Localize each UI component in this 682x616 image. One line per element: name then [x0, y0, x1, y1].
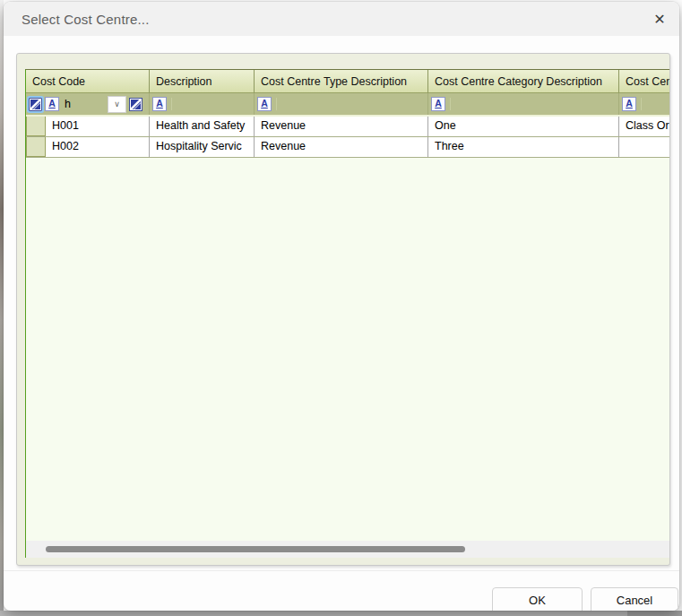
filter-caret-divider [171, 98, 172, 110]
column-header-description[interactable]: Description [150, 70, 255, 93]
table-row[interactable]: H002 Hospitality Servic Revenue Three [26, 137, 669, 158]
edit-filter-icon[interactable] [129, 98, 142, 111]
cell-cost-code[interactable]: H001 [46, 117, 150, 136]
filter-caret-divider [450, 98, 451, 110]
clear-filter-icon[interactable] [29, 98, 42, 111]
row-selector[interactable] [26, 117, 46, 136]
horizontal-scrollbar[interactable] [26, 541, 669, 558]
header-row: Cost Code Description Cost Centre Type D… [26, 70, 669, 93]
diagonal-filter-glyph [30, 100, 40, 109]
filter-row: A h ∨ A [26, 93, 669, 117]
cell-cost-centre[interactable]: Class Or [619, 117, 669, 136]
grid-panel: Cost Code Description Cost Centre Type D… [16, 53, 670, 566]
cell-description[interactable]: Health and Safety [150, 117, 255, 136]
column-header-cost-code[interactable]: Cost Code [26, 70, 150, 93]
filter-cell-type-description[interactable]: A [255, 93, 428, 115]
diagonal-filter-glyph [131, 100, 141, 109]
cost-centre-grid: Cost Code Description Cost Centre Type D… [25, 69, 669, 558]
column-header-category-description[interactable]: Cost Centre Category Description [428, 70, 619, 93]
filter-cell-cost-code[interactable]: A h ∨ [26, 93, 150, 115]
text-filter-icon[interactable]: A [431, 97, 445, 111]
background-bottom-strip [0, 611, 682, 616]
filter-input-cost-code[interactable]: h [65, 98, 105, 110]
table-row[interactable]: H001 Health and Safety Revenue One Class… [26, 117, 669, 137]
cell-type-description[interactable]: Revenue [255, 117, 428, 136]
filter-cell-cost-centre[interactable]: A [619, 93, 669, 115]
cell-category-description[interactable]: Three [428, 137, 619, 157]
row-selector[interactable] [26, 137, 46, 157]
filter-cell-description[interactable]: A [150, 93, 255, 115]
grid-columns-container: Cost Code Description Cost Centre Type D… [26, 70, 669, 158]
cell-cost-code[interactable]: H002 [46, 137, 150, 157]
dialog-title: Select Cost Centre... [22, 12, 150, 27]
ok-button[interactable]: OK [492, 587, 583, 611]
title-bar: Select Cost Centre... ✕ [4, 2, 679, 36]
footer-divider [4, 570, 679, 571]
column-header-type-description[interactable]: Cost Centre Type Description [255, 70, 428, 93]
select-cost-centre-dialog: Select Cost Centre... ✕ Cost Code Descri… [4, 2, 679, 611]
cell-type-description[interactable]: Revenue [255, 137, 428, 157]
cell-cost-centre[interactable] [619, 137, 669, 157]
cell-description[interactable]: Hospitality Servic [150, 137, 255, 157]
background-bottom-strip-right [627, 611, 682, 616]
cell-category-description[interactable]: One [428, 117, 619, 136]
text-filter-icon[interactable]: A [257, 97, 272, 111]
horizontal-scrollbar-thumb[interactable] [46, 546, 465, 552]
text-filter-icon[interactable]: A [622, 97, 636, 111]
text-filter-icon[interactable]: A [45, 97, 59, 111]
filter-cell-category-description[interactable]: A [428, 93, 619, 115]
filter-caret-divider [641, 98, 642, 110]
filter-caret-divider [276, 98, 277, 110]
close-icon[interactable]: ✕ [649, 9, 670, 29]
text-filter-icon[interactable]: A [152, 97, 167, 111]
cancel-button[interactable]: Cancel [591, 587, 678, 611]
filter-dropdown-chevron-icon[interactable]: ∨ [108, 96, 126, 113]
column-header-cost-centre[interactable]: Cost Cen [619, 70, 669, 93]
